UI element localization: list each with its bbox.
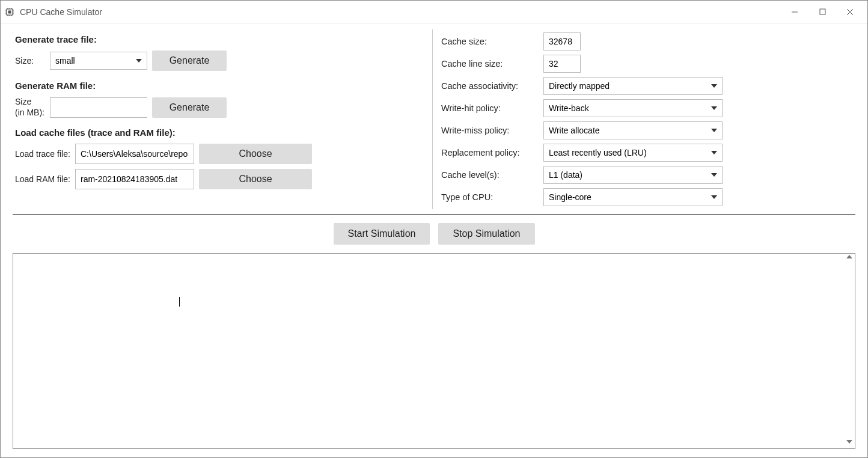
load-trace-input[interactable] [75, 144, 194, 164]
svg-rect-15 [820, 9, 825, 14]
maximize-button[interactable] [808, 3, 836, 21]
write-hit-label: Write-hit policy: [441, 103, 543, 113]
trace-size-label: Size: [15, 56, 50, 66]
write-hit-row: Write-hit policy: Write-back [441, 98, 855, 118]
cache-line-size-input[interactable] [543, 55, 581, 73]
cache-levels-row: Cache level(s): L1 (data) [441, 165, 855, 185]
write-miss-row: Write-miss policy: Write allocate [441, 120, 855, 141]
stop-simulation-button[interactable]: Stop Simulation [438, 223, 534, 245]
cache-assoc-select[interactable]: Directly mapped [543, 77, 723, 95]
replacement-row: Replacement policy: Least recently used … [441, 142, 855, 163]
cpu-type-select[interactable]: Single-core [543, 188, 723, 206]
replacement-label: Replacement policy: [441, 148, 543, 157]
cache-assoc-label: Cache associativity: [441, 81, 543, 91]
cache-levels-label: Cache level(s): [441, 170, 543, 180]
app-icon [4, 7, 15, 17]
choose-ram-button[interactable]: Choose [199, 169, 312, 189]
cache-line-size-row: Cache line size: [441, 53, 855, 74]
simulation-buttons-row: Start Simulation Stop Simulation [1, 215, 867, 253]
write-miss-select[interactable]: Write allocate [543, 121, 723, 139]
svg-rect-1 [8, 10, 11, 13]
cache-assoc-row: Cache associativity: Directly mapped [441, 76, 855, 96]
right-pane: Cache size: Cache line size: Cache assoc… [432, 29, 867, 209]
start-simulation-button[interactable]: Start Simulation [334, 223, 430, 245]
window-title: CPU Cache Simulator [20, 7, 102, 17]
titlebar: CPU Cache Simulator [1, 1, 867, 23]
left-pane: Generate trace file: Size: small Generat… [1, 29, 432, 209]
replacement-select[interactable]: Least recently used (LRU) [543, 144, 723, 162]
load-trace-label: Load trace file: [15, 149, 75, 159]
text-cursor [179, 297, 180, 307]
close-button[interactable] [836, 3, 864, 21]
output-textarea[interactable] [13, 253, 855, 449]
scroll-down-icon[interactable] [846, 440, 854, 447]
app-window: CPU Cache Simulator Generate trace file:… [0, 0, 868, 458]
load-ram-label: Load RAM file: [15, 174, 75, 184]
write-miss-label: Write-miss policy: [441, 126, 543, 135]
generate-trace-button[interactable]: Generate [152, 50, 227, 71]
cache-size-label: Cache size: [441, 37, 543, 46]
trace-size-row: Size: small Generate [15, 50, 426, 71]
trace-size-select[interactable]: small [50, 52, 147, 70]
cpu-type-label: Type of CPU: [441, 192, 543, 202]
content: Generate trace file: Size: small Generat… [1, 23, 867, 457]
ram-size-row: Size(in MB): ＋ − Generate [15, 97, 426, 118]
minimize-button[interactable] [781, 3, 808, 21]
load-files-heading: Load cache files (trace and RAM file): [15, 127, 426, 138]
write-hit-select[interactable]: Write-back [543, 99, 723, 117]
cache-line-size-label: Cache line size: [441, 59, 543, 69]
generate-trace-heading: Generate trace file: [15, 34, 426, 44]
cache-size-row: Cache size: [441, 31, 855, 52]
scroll-up-icon[interactable] [846, 255, 854, 262]
ram-size-label: Size(in MB): [15, 97, 50, 118]
load-trace-row: Load trace file: Choose [15, 144, 426, 164]
ram-size-spinbox[interactable]: ＋ − [50, 97, 147, 118]
cpu-type-row: Type of CPU: Single-core [441, 187, 855, 207]
load-ram-input[interactable] [75, 169, 194, 189]
choose-trace-button[interactable]: Choose [199, 144, 312, 164]
load-ram-row: Load RAM file: Choose [15, 169, 426, 189]
generate-ram-heading: Generate RAM file: [15, 81, 426, 91]
cache-size-input[interactable] [543, 32, 581, 50]
upper-panel: Generate trace file: Size: small Generat… [1, 23, 867, 214]
cache-levels-select[interactable]: L1 (data) [543, 166, 723, 184]
generate-ram-button[interactable]: Generate [152, 97, 227, 118]
